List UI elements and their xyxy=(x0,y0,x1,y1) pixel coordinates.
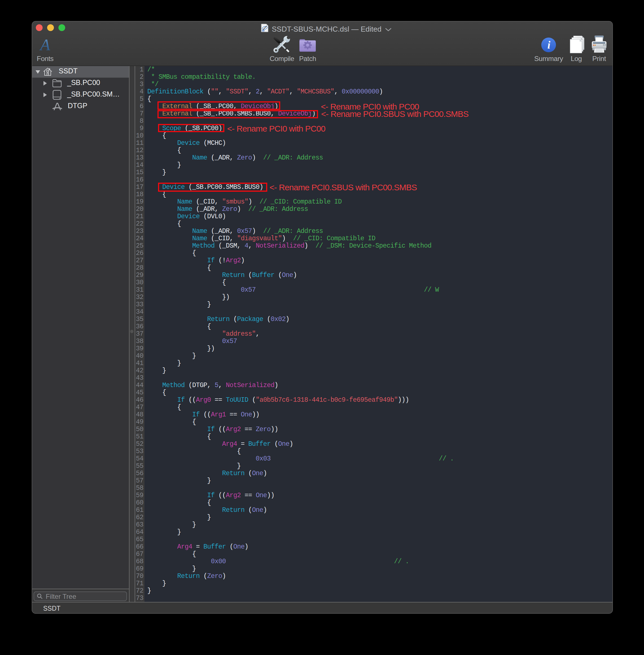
svg-text:DSL: DSL xyxy=(262,30,264,31)
svg-text:A: A xyxy=(39,37,50,54)
svg-text:i: i xyxy=(548,39,551,51)
